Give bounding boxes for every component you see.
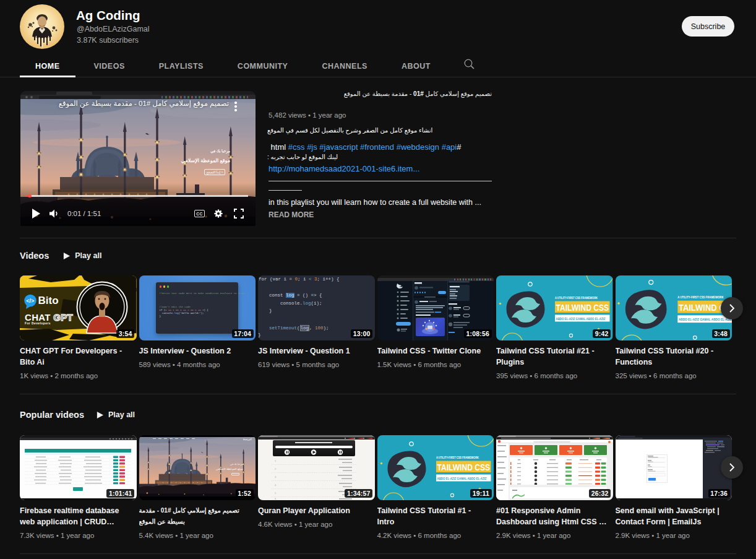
svg-text:</>: </> xyxy=(26,298,34,304)
svg-text:5: 5 xyxy=(275,492,277,495)
svg-text:4: 4 xyxy=(275,483,277,487)
svg-text:1: 1 xyxy=(275,459,277,462)
svg-text:2: 2 xyxy=(275,467,277,470)
svg-text:3: 3 xyxy=(275,475,277,479)
svg-text:6: 6 xyxy=(275,497,277,500)
